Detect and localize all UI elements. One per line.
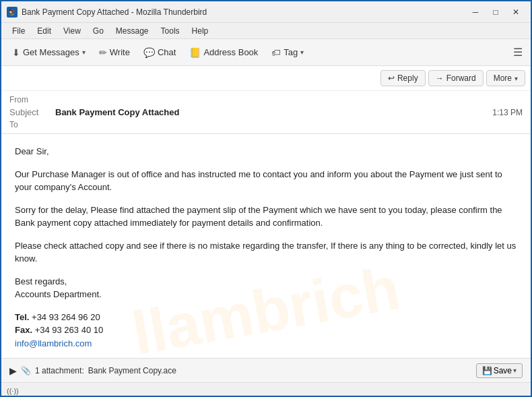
chat-label: Chat <box>158 47 176 57</box>
chat-icon: 💬 <box>143 47 155 58</box>
menu-help[interactable]: Help <box>187 25 214 37</box>
attachment-info: ▶ 📎 1 attachment: Bank Payment Copy.ace <box>9 365 176 376</box>
maximize-button[interactable]: □ <box>486 5 505 20</box>
paragraph-2: Sorry for the delay, Please find attache… <box>15 204 517 230</box>
save-icon: 💾 <box>482 366 492 375</box>
attachment-expand-button[interactable]: ▶ <box>9 365 17 376</box>
attachment-bar: ▶ 📎 1 attachment: Bank Payment Copy.ace … <box>1 358 531 382</box>
tag-icon: 🏷 <box>271 47 281 58</box>
reply-icon: ↩ <box>388 73 395 83</box>
attachment-count: 1 attachment: <box>35 366 84 375</box>
email-body: Dear Sir, Our Purchase Manager is out of… <box>1 134 531 358</box>
app-icon: 🦅 <box>7 7 18 18</box>
menu-tools[interactable]: Tools <box>156 25 185 37</box>
fax-full: Fax. +34 93 263 40 10 <box>15 325 103 335</box>
menu-go[interactable]: Go <box>88 25 109 37</box>
save-attachment-button[interactable]: 💾 Save ▾ <box>476 363 523 378</box>
menu-bar: File Edit View Go Message Tools Help <box>1 23 531 39</box>
write-label: Write <box>110 47 130 57</box>
window-controls: ─ □ ✕ <box>466 5 525 20</box>
address-book-icon: 📒 <box>189 47 201 58</box>
paragraph-1: Our Purchase Manager is out of office an… <box>15 168 517 194</box>
closing: Best regards, Accounts Department. <box>15 275 517 301</box>
paragraph-3: Please check attached copy and see if th… <box>15 239 517 266</box>
minimize-button[interactable]: ─ <box>466 5 485 20</box>
greeting: Dear Sir, <box>15 145 517 158</box>
from-field: From <box>9 94 523 106</box>
attachment-filename: Bank Payment Copy.ace <box>88 366 176 375</box>
reply-label: Reply <box>397 73 418 83</box>
message-fields: From Subject Bank Payment Copy Attached … <box>1 91 531 133</box>
toolbar: ⬇ Get Messages ▾ ✏ Write 💬 Chat 📒 Addres… <box>1 39 531 66</box>
to-label: To <box>9 120 50 129</box>
message-action-toolbar: ↩ Reply → Forward More ▾ <box>1 66 531 91</box>
more-label: More <box>494 73 512 83</box>
get-messages-button[interactable]: ⬇ Get Messages ▾ <box>7 44 91 61</box>
address-book-button[interactable]: 📒 Address Book <box>184 44 263 61</box>
menu-edit[interactable]: Edit <box>32 25 57 37</box>
window-title: Bank Payment Copy Attached - Mozilla Thu… <box>22 7 207 17</box>
reply-button[interactable]: ↩ Reply <box>380 70 426 86</box>
forward-icon: → <box>436 73 444 83</box>
message-time: 1:13 PM <box>492 108 523 117</box>
title-bar-left: 🦅 Bank Payment Copy Attached - Mozilla T… <box>7 7 207 18</box>
tag-button[interactable]: 🏷 Tag ▾ <box>266 44 309 61</box>
status-bar: ((·)) <box>1 382 531 397</box>
write-icon: ✏ <box>99 47 107 58</box>
save-label: Save <box>494 366 512 375</box>
tel-full: Tel. +34 93 264 96 20 <box>15 312 100 322</box>
subject-label: Subject <box>9 107 50 117</box>
more-button[interactable]: More ▾ <box>486 70 525 86</box>
closing-1: Best regards, <box>15 276 67 286</box>
more-dropdown-icon: ▾ <box>514 75 518 82</box>
get-messages-dropdown-icon: ▾ <box>82 49 86 56</box>
title-bar: 🦅 Bank Payment Copy Attached - Mozilla T… <box>1 1 531 23</box>
menu-view[interactable]: View <box>58 25 86 37</box>
get-messages-label: Get Messages <box>23 47 79 57</box>
tag-dropdown-icon: ▾ <box>300 49 304 56</box>
contact-info: Tel. +34 93 264 96 20 Fax. +34 93 263 40… <box>15 311 517 350</box>
write-button[interactable]: ✏ Write <box>94 44 135 61</box>
close-button[interactable]: ✕ <box>506 5 525 20</box>
main-content: ↩ Reply → Forward More ▾ From Subject Ba… <box>1 66 531 397</box>
subject-value: Bank Payment Copy Attached <box>55 107 179 117</box>
save-dropdown-icon: ▾ <box>513 367 517 374</box>
attachment-icon: 📎 <box>21 366 31 375</box>
subject-row: Subject Bank Payment Copy Attached 1:13 … <box>9 106 523 119</box>
email-body-wrapper: Dear Sir, Our Purchase Manager is out of… <box>1 134 531 358</box>
chat-button[interactable]: 💬 Chat <box>138 44 181 61</box>
to-field: To <box>9 119 523 131</box>
message-header: ↩ Reply → Forward More ▾ From Subject Ba… <box>1 66 531 134</box>
hamburger-menu-button[interactable]: ☰ <box>510 43 525 61</box>
forward-label: Forward <box>446 73 476 83</box>
tag-label: Tag <box>284 47 298 57</box>
from-label: From <box>9 95 50 104</box>
wifi-icon: ((·)) <box>7 387 19 395</box>
forward-button[interactable]: → Forward <box>428 70 484 86</box>
get-messages-icon: ⬇ <box>12 47 20 58</box>
address-book-label: Address Book <box>203 47 258 57</box>
menu-file[interactable]: File <box>7 25 30 37</box>
menu-message[interactable]: Message <box>110 25 154 37</box>
email-link[interactable]: info@llambrich.com <box>15 338 92 348</box>
closing-2: Accounts Department. <box>15 289 102 299</box>
